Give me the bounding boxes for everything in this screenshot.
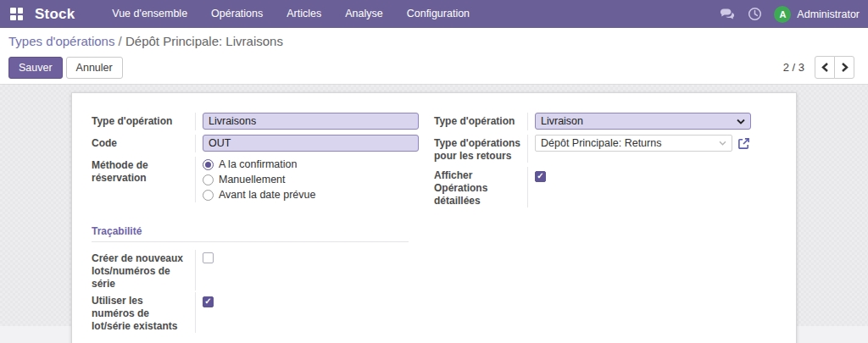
return-operation-type-input[interactable]: Dépôt Principale: Returns [535, 135, 732, 152]
field-show-detailed-operations: Afficher Opérations détaillées [434, 167, 751, 207]
show-detailed-operations-checkbox[interactable] [535, 171, 546, 182]
reservation-option-before-scheduled-date[interactable]: Avant la date prévue [203, 187, 418, 202]
reservation-option-manually[interactable]: Manuellement [203, 172, 418, 187]
field-code: Code [92, 135, 418, 152]
radio-label: Avant la date prévue [219, 187, 315, 202]
control-panel: Types d'opérations / Dépôt Principale: L… [0, 28, 868, 85]
field-use-existing-lots: Utiliser les numéros de lot/série exista… [92, 292, 418, 333]
save-button[interactable]: Sauver [8, 57, 63, 79]
operation-kind-select[interactable]: Livraison [535, 113, 751, 130]
radio-label: A la confirmation [219, 157, 297, 172]
avatar: A [774, 6, 791, 23]
menu-analyse[interactable]: Analyse [333, 0, 394, 28]
chevron-down-icon [737, 119, 745, 124]
form-sheet: Type d'opération Code Méthode de réserva… [71, 92, 797, 343]
radio-before-scheduled-date[interactable] [203, 190, 214, 201]
create-lots-label: Créer de nouveaux lots/numéros de série [92, 250, 195, 290]
operation-type-input[interactable] [203, 113, 419, 130]
pager-value: 2 / 3 [783, 61, 804, 74]
show-detailed-operations-label: Afficher Opérations détaillées [434, 167, 527, 207]
top-navbar: Stock Vue d'ensemble Opérations Articles… [0, 0, 868, 28]
topbar-right: A Administrator [720, 6, 860, 23]
code-input[interactable] [203, 135, 419, 152]
traceability-section-title: Traçabilité [92, 225, 409, 242]
create-lots-checkbox[interactable] [203, 252, 214, 263]
breadcrumb-parent-link[interactable]: Types d'opérations [8, 34, 114, 48]
user-menu[interactable]: A Administrator [774, 6, 860, 23]
menu-operations[interactable]: Opérations [199, 0, 275, 28]
operation-kind-label: Type d'opération [434, 113, 527, 130]
dropdown-caret-icon[interactable] [719, 141, 726, 146]
field-reservation-method: Méthode de réservation A la confirmation… [92, 157, 418, 202]
radio-at-confirmation[interactable] [203, 159, 214, 170]
breadcrumb-current: Dépôt Principale: Livraisons [125, 34, 283, 48]
form-view: Type d'opération Code Méthode de réserva… [0, 85, 868, 326]
apps-menu-icon[interactable] [10, 8, 23, 20]
field-operation-type: Type d'opération [92, 113, 418, 130]
external-link-icon[interactable] [737, 137, 750, 150]
breadcrumb: Types d'opérations / Dépôt Principale: L… [8, 34, 854, 48]
use-existing-lots-checkbox[interactable] [203, 296, 214, 307]
cancel-button[interactable]: Annuler [66, 57, 123, 79]
return-operation-type-label: Type d'opérations pour les retours [434, 135, 527, 163]
return-operation-type-value: Dépôt Principale: Returns [541, 137, 661, 149]
use-existing-lots-label: Utiliser les numéros de lot/série exista… [92, 292, 195, 333]
menu-vue-densemble[interactable]: Vue d'ensemble [100, 0, 199, 28]
pager-previous-button[interactable] [815, 56, 835, 79]
activities-clock-icon[interactable] [747, 7, 762, 22]
code-label: Code [92, 135, 195, 152]
operation-type-label: Type d'opération [92, 113, 195, 130]
field-create-lots: Créer de nouveaux lots/numéros de série [92, 250, 418, 290]
app-brand[interactable]: Stock [35, 6, 75, 23]
user-name: Administrator [797, 8, 860, 20]
reservation-option-at-confirmation[interactable]: A la confirmation [203, 157, 418, 172]
reservation-method-label: Méthode de réservation [92, 157, 195, 202]
radio-manually[interactable] [203, 174, 214, 185]
menu-configuration[interactable]: Configuration [395, 0, 481, 28]
main-menu: Vue d'ensemble Opérations Articles Analy… [100, 0, 481, 28]
pager: 2 / 3 [783, 56, 854, 79]
menu-articles[interactable]: Articles [275, 0, 333, 28]
breadcrumb-separator: / [114, 34, 125, 48]
pager-next-button[interactable] [834, 56, 854, 79]
operation-kind-value: Livraison [541, 115, 583, 127]
messages-icon[interactable] [720, 7, 735, 22]
field-operation-kind: Type d'opération Livraison [434, 113, 751, 130]
radio-label: Manuellement [219, 172, 286, 187]
field-return-operation-type: Type d'opérations pour les retours Dépôt… [434, 135, 751, 163]
